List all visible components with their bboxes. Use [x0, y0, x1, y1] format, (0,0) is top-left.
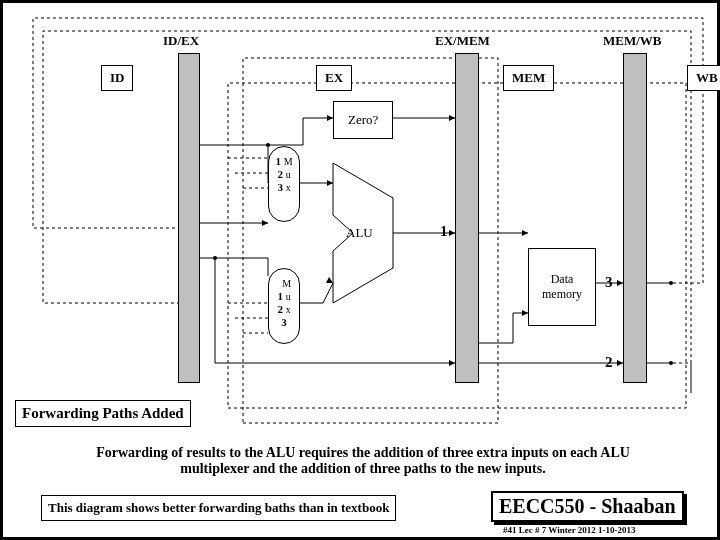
out-one: 1	[440, 223, 448, 240]
caption-text: Forwarding of results to the ALU require…	[73, 445, 653, 477]
reg-exmem	[455, 53, 479, 383]
mux-bot-n1: 1	[277, 290, 283, 302]
mux-top-label: 1 M 2 u 3 x	[271, 155, 297, 194]
header-idex: ID/EX	[163, 33, 199, 49]
mux-top-n1: 1	[275, 155, 281, 167]
alu-label: ALU	[346, 225, 373, 241]
svg-point-44	[669, 361, 673, 365]
stage-id: ID	[101, 65, 133, 91]
mux-bot: M 1 u 2 x 3	[268, 268, 300, 344]
mux-top: 1 M 2 u 3 x	[268, 146, 300, 222]
zero-block: Zero?	[333, 101, 393, 139]
forwarding-paths-label: Forwarding Paths Added	[15, 400, 191, 427]
textbook-note: This diagram shows better forwarding bat…	[41, 495, 396, 521]
svg-marker-7	[262, 220, 268, 226]
slide-frame: ID/EX EX/MEM MEM/WB ID EX MEM WB Zero? A…	[0, 0, 720, 540]
mux-top-n3: 3	[277, 181, 283, 193]
mux-bot-n3: 3	[281, 316, 287, 328]
reg-idex	[178, 53, 200, 383]
course-box: EECC550 - Shaaban	[491, 491, 684, 522]
mux-bot-label: M 1 u 2 x 3	[271, 277, 297, 329]
svg-line-22	[323, 283, 333, 303]
reg-memwb	[623, 53, 647, 383]
diagram-canvas: ID/EX EX/MEM MEM/WB ID EX MEM WB Zero? A…	[3, 3, 717, 537]
slide-footer: #41 Lec # 7 Winter 2012 1-10-2013	[503, 525, 636, 535]
stage-mem: MEM	[503, 65, 554, 91]
out-three: 3	[605, 274, 613, 291]
stage-wb: WB	[687, 65, 720, 91]
svg-marker-14	[327, 180, 333, 186]
header-memwb: MEM/WB	[603, 33, 662, 49]
svg-marker-23	[326, 277, 333, 283]
stage-ex: EX	[316, 65, 352, 91]
data-memory-block: Data memory	[528, 248, 596, 326]
out-two: 2	[605, 354, 613, 371]
mux-bot-n2: 2	[277, 303, 283, 315]
svg-point-42	[669, 281, 673, 285]
svg-marker-30	[522, 230, 528, 236]
header-exmem: EX/MEM	[435, 33, 490, 49]
mux-top-n2: 2	[277, 168, 283, 180]
svg-point-9	[266, 143, 270, 147]
